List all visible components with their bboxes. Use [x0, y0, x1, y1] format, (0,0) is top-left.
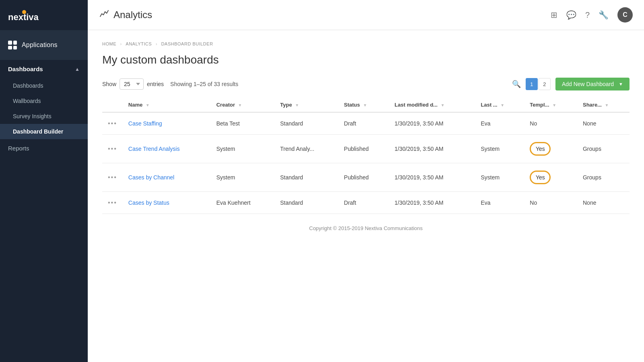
template-cell: No: [524, 192, 577, 214]
shared-sort-icon: ▼: [605, 103, 609, 107]
sidebar-item-dashboards[interactable]: Dashboards: [0, 78, 88, 93]
status-cell: Draft: [339, 192, 389, 214]
svg-text:nextiva: nextiva: [8, 12, 39, 22]
sidebar: nextiva Applications Dashboards ▲ Dashbo…: [0, 0, 88, 362]
show-label: Show: [102, 81, 116, 87]
topbar-right: ⊞ 💬 ? 🔧 C: [551, 7, 633, 23]
entries-select[interactable]: 25 50 100: [120, 78, 144, 90]
sidebar-item-dashboard-builder[interactable]: Dashboard Builder: [0, 124, 88, 139]
analytics-title: Analytics: [114, 9, 152, 21]
footer-text: Copyright © 2015-2019 Nextiva Communicat…: [309, 225, 423, 231]
name-cell[interactable]: Cases by Status: [123, 192, 211, 214]
chevron-up-icon: ▲: [75, 66, 80, 72]
table-body: ••• Case Staffing Beta Test Standard Dra…: [102, 112, 630, 214]
search-button[interactable]: 🔍: [512, 80, 521, 88]
table-row: ••• Cases by Channel System Standard Pub…: [102, 163, 630, 192]
table-row: ••• Case Staffing Beta Test Standard Dra…: [102, 112, 630, 135]
type-col-header[interactable]: Type ▼: [275, 98, 339, 112]
last-modified-cell: 1/30/2019, 3:50 AM: [389, 135, 475, 163]
row-actions: •••: [102, 192, 123, 214]
user-avatar[interactable]: C: [617, 7, 633, 23]
creator-cell: Eva Kuehnert: [211, 192, 275, 214]
template-sort-icon: ▼: [552, 103, 556, 107]
name-cell[interactable]: Case Staffing: [123, 112, 211, 135]
last-modified-cell: 1/30/2019, 3:50 AM: [389, 192, 475, 214]
row-menu-button[interactable]: •••: [108, 145, 117, 152]
pagination: 1 2: [526, 78, 551, 90]
help-icon[interactable]: ?: [585, 10, 590, 20]
shared-cell: None: [577, 192, 630, 214]
shared-col-header[interactable]: Share... ▼: [577, 98, 630, 112]
template-cell: Yes: [524, 135, 577, 163]
row-menu-button[interactable]: •••: [108, 174, 117, 181]
status-col-header[interactable]: Status ▼: [339, 98, 389, 112]
type-cell: Trend Analy...: [275, 135, 339, 163]
chat-icon[interactable]: 💬: [566, 10, 576, 20]
dashboard-table: Name ▼ Creator ▼ Type ▼ Status ▼: [102, 98, 630, 214]
table-toolbar-left: Show 25 50 100 entries Showing 1–25 of 3…: [102, 78, 238, 90]
status-sort-icon: ▼: [363, 103, 367, 107]
row-actions: •••: [102, 112, 123, 135]
last-modified-cell: 1/30/2019, 3:50 AM: [389, 112, 475, 135]
status-cell: Draft: [339, 112, 389, 135]
template-col-header[interactable]: Templ... ▼: [524, 98, 577, 112]
template-cell: Yes: [524, 163, 577, 192]
page-1-button[interactable]: 1: [526, 78, 538, 90]
applications-label: Applications: [22, 41, 58, 49]
main-content: Analytics ⊞ 💬 ? 🔧 C HOME › ANALYTICS › D…: [88, 0, 644, 362]
sidebar-item-wallboards[interactable]: Wallboards: [0, 93, 88, 109]
row-menu-button[interactable]: •••: [108, 120, 117, 127]
breadcrumb-current: DASHBOARD BUILDER: [161, 41, 213, 46]
row-actions: •••: [102, 163, 123, 192]
creator-col-header[interactable]: Creator ▼: [211, 98, 275, 112]
entries-label: entries: [147, 81, 164, 87]
last-user-col-header[interactable]: Last ... ▼: [475, 98, 524, 112]
dashboards-label: Dashboards: [8, 66, 43, 72]
sidebar-item-survey-insights[interactable]: Survey Insights: [0, 109, 88, 124]
last-modified-cell: 1/30/2019, 3:50 AM: [389, 163, 475, 192]
settings-icon[interactable]: 🔧: [599, 10, 609, 20]
template-cell: No: [524, 112, 577, 135]
breadcrumb-sep-1: ›: [120, 41, 124, 46]
sidebar-logo: nextiva: [0, 0, 88, 30]
table-header-row: Name ▼ Creator ▼ Type ▼ Status ▼: [102, 98, 630, 112]
table-row: ••• Case Trend Analysis System Trend Ana…: [102, 135, 630, 163]
name-cell[interactable]: Case Trend Analysis: [123, 135, 211, 163]
last-user-cell: System: [475, 135, 524, 163]
breadcrumb: HOME › ANALYTICS › DASHBOARD BUILDER: [102, 41, 630, 46]
page-2-button[interactable]: 2: [539, 78, 551, 90]
actions-col-header: [102, 98, 123, 112]
last-user-cell: Eva: [475, 112, 524, 135]
last-user-cell: Eva: [475, 192, 524, 214]
reports-label: Reports: [8, 145, 29, 152]
status-cell: Published: [339, 135, 389, 163]
analytics-icon: [99, 8, 109, 21]
name-cell[interactable]: Cases by Channel: [123, 163, 211, 192]
table-row: ••• Cases by Status Eva Kuehnert Standar…: [102, 192, 630, 214]
page-content: HOME › ANALYTICS › DASHBOARD BUILDER My …: [88, 30, 644, 362]
grid-icon[interactable]: ⊞: [551, 10, 557, 20]
add-dashboard-button[interactable]: Add New Dashboard ▼: [555, 78, 630, 90]
creator-cell: Beta Test: [211, 112, 275, 135]
page-footer: Copyright © 2015-2019 Nextiva Communicat…: [102, 214, 630, 239]
row-menu-button[interactable]: •••: [108, 199, 117, 206]
dropdown-arrow-icon: ▼: [619, 82, 623, 86]
last-modified-col-header[interactable]: Last modified d... ▼: [389, 98, 475, 112]
name-col-header[interactable]: Name ▼: [123, 98, 211, 112]
shared-cell: Groups: [577, 135, 630, 163]
table-toolbar-right: 🔍 1 2 Add New Dashboard ▼: [512, 78, 630, 90]
type-sort-icon: ▼: [295, 103, 299, 107]
creator-cell: System: [211, 163, 275, 192]
dashboards-header[interactable]: Dashboards ▲: [0, 60, 88, 78]
name-sort-icon: ▼: [146, 103, 150, 107]
sidebar-applications-button[interactable]: Applications: [0, 30, 88, 60]
breadcrumb-home[interactable]: HOME: [102, 41, 116, 46]
nextiva-logo: nextiva: [8, 8, 56, 23]
topbar-left: Analytics: [99, 8, 152, 21]
apps-grid-icon: [8, 41, 17, 49]
showing-text: Showing 1–25 of 33 results: [170, 81, 238, 87]
breadcrumb-analytics[interactable]: ANALYTICS: [126, 41, 152, 46]
sidebar-item-reports[interactable]: Reports: [0, 139, 88, 157]
type-cell: Standard: [275, 112, 339, 135]
shared-cell: Groups: [577, 163, 630, 192]
